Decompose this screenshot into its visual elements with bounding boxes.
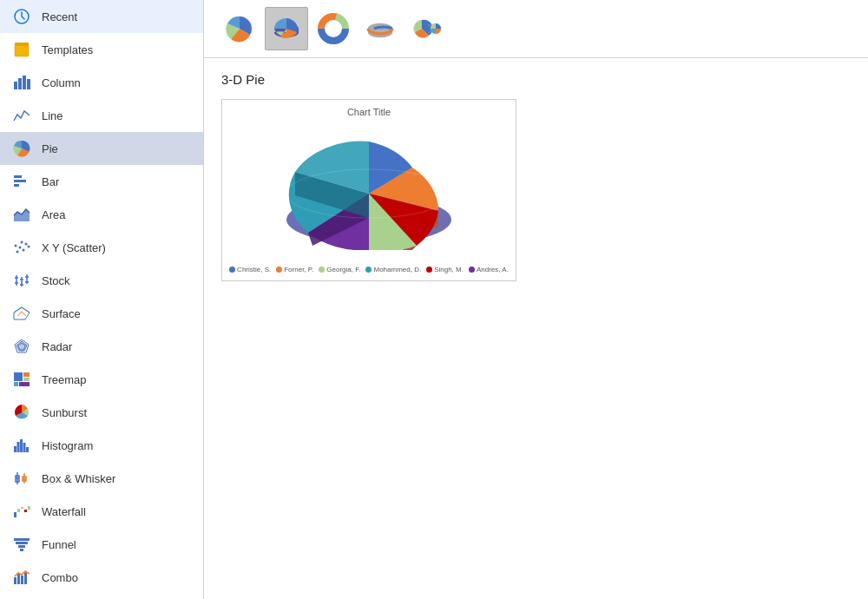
legend-item-0: Christie, S.: [229, 266, 271, 273]
sidebar-item-surface[interactable]: Surface: [0, 297, 203, 330]
funnel-icon: [12, 535, 31, 554]
chart-type-btn-piebar[interactable]: [405, 7, 449, 50]
svg-rect-1: [15, 44, 29, 56]
sidebar-item-recent[interactable]: Recent: [0, 0, 203, 33]
legend-dot-3: [365, 267, 372, 273]
sidebar-item-label-pie: Pie: [42, 142, 58, 155]
chart-type-btn-donut3d[interactable]: [358, 7, 402, 50]
sidebar-item-histogram[interactable]: Histogram: [0, 429, 203, 462]
sidebar-item-templates[interactable]: Templates: [0, 33, 203, 66]
svg-rect-41: [17, 442, 20, 452]
svg-rect-36: [23, 378, 30, 381]
sidebar-item-label-area: Area: [42, 208, 65, 221]
svg-rect-61: [17, 574, 20, 584]
line-icon: [12, 106, 31, 125]
sidebar-item-label-boxwhisker: Box & Whisker: [42, 472, 115, 485]
svg-rect-62: [21, 576, 23, 584]
sidebar-item-scatter[interactable]: X Y (Scatter): [0, 231, 203, 264]
sidebar-item-stock[interactable]: Stock: [0, 264, 203, 297]
sidebar-item-label-treemap: Treemap: [42, 373, 87, 386]
svg-point-17: [15, 245, 17, 247]
boxwhisker-icon: [12, 469, 31, 488]
surface-icon: [12, 304, 31, 323]
svg-rect-54: [24, 510, 27, 512]
svg-rect-9: [14, 180, 26, 182]
sidebar-item-area[interactable]: Area: [0, 198, 203, 231]
sidebar-item-radar[interactable]: Radar: [0, 330, 203, 363]
svg-rect-53: [21, 507, 23, 509]
svg-rect-60: [14, 577, 16, 584]
bar-icon: [12, 172, 31, 191]
sidebar: Recent Templates Column: [0, 0, 204, 599]
svg-marker-28: [14, 307, 30, 319]
svg-rect-44: [26, 447, 29, 452]
sidebar-item-sunburst[interactable]: Sunburst: [0, 396, 203, 429]
legend-dot-4: [426, 267, 432, 273]
svg-rect-3: [14, 82, 17, 89]
sidebar-item-pie[interactable]: Pie: [0, 132, 203, 165]
svg-rect-59: [20, 549, 23, 551]
svg-rect-42: [20, 439, 23, 452]
sidebar-item-label-bar: Bar: [42, 175, 59, 188]
combo-icon: [12, 568, 31, 587]
svg-rect-34: [14, 372, 23, 381]
svg-rect-6: [27, 79, 30, 89]
treemap-icon: [12, 370, 31, 389]
sidebar-item-column[interactable]: Column: [0, 66, 203, 99]
recent-icon: [12, 7, 31, 26]
templates-icon: [12, 40, 31, 59]
svg-rect-58: [18, 545, 25, 548]
sidebar-item-boxwhisker[interactable]: Box & Whisker: [0, 462, 203, 495]
sidebar-item-combo[interactable]: Combo: [0, 561, 203, 594]
legend-label-1: Forner, P.: [284, 266, 313, 273]
chart-legend: Christie, S. Forner, P. Georgia, F. Moha…: [229, 266, 509, 273]
sidebar-item-label-stock: Stock: [42, 274, 70, 287]
svg-point-13: [19, 247, 22, 249]
legend-dot-1: [276, 267, 282, 273]
legend-label-0: Christie, S.: [237, 266, 271, 273]
svg-rect-5: [23, 76, 26, 89]
sidebar-item-label-funnel: Funnel: [42, 538, 76, 551]
chart-type-btn-pie3d[interactable]: [265, 7, 308, 50]
legend-dot-5: [469, 267, 475, 273]
svg-rect-37: [14, 382, 18, 386]
stock-icon: [12, 271, 31, 290]
legend-item-3: Mohammed, D.: [365, 266, 421, 273]
svg-rect-63: [24, 572, 27, 584]
sidebar-item-label-waterfall: Waterfall: [42, 505, 86, 518]
svg-rect-55: [28, 506, 30, 510]
legend-item-2: Georgia, F.: [319, 266, 360, 273]
svg-rect-56: [14, 538, 30, 541]
svg-rect-8: [14, 175, 22, 178]
chart-svg: [247, 133, 490, 250]
legend-label-5: Andres, A.: [477, 266, 509, 273]
svg-point-18: [21, 241, 23, 244]
svg-rect-4: [18, 78, 22, 89]
svg-rect-52: [17, 509, 20, 512]
sidebar-item-label-column: Column: [42, 76, 81, 89]
sidebar-item-label-combo: Combo: [42, 571, 78, 584]
chart-type-btn-donut[interactable]: [312, 7, 355, 50]
scatter-icon: [12, 238, 31, 257]
sidebar-item-waterfall[interactable]: Waterfall: [0, 495, 203, 528]
chart-type-btn-pie2d[interactable]: [218, 7, 261, 50]
sidebar-item-funnel[interactable]: Funnel: [0, 528, 203, 561]
sidebar-item-label-sunburst: Sunburst: [42, 406, 87, 419]
legend-item-4: Singh, M.: [426, 266, 464, 273]
histogram-icon: [12, 436, 31, 455]
sidebar-item-label-scatter: X Y (Scatter): [42, 241, 106, 254]
sidebar-item-treemap[interactable]: Treemap: [0, 363, 203, 396]
chart-svg-container: [229, 121, 509, 262]
sidebar-item-bar[interactable]: Bar: [0, 165, 203, 198]
waterfall-icon: [12, 502, 31, 521]
svg-rect-57: [16, 542, 28, 544]
chart-preview[interactable]: Chart Title: [221, 99, 516, 281]
sunburst-icon: [12, 403, 31, 422]
legend-label-2: Georgia, F.: [326, 266, 360, 273]
sidebar-item-line[interactable]: Line: [0, 99, 203, 132]
svg-point-14: [23, 249, 25, 252]
svg-rect-43: [23, 443, 26, 452]
section-title: 3-D Pie: [221, 72, 851, 87]
main-panel: 3-D Pie Chart Title: [204, 0, 868, 599]
pie-icon: [12, 139, 31, 158]
